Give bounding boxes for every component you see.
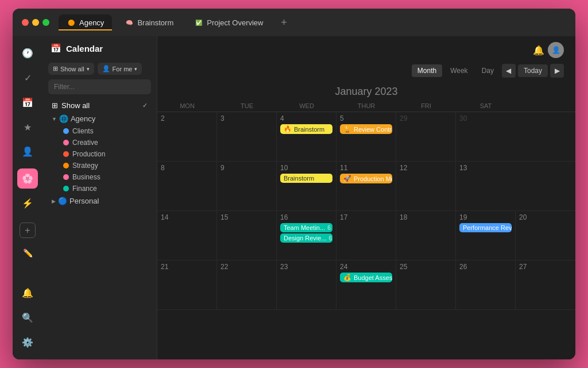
iconbar-bell[interactable]: 🔔 xyxy=(17,283,38,303)
agency-label: Agency xyxy=(71,114,95,123)
sidebar-item-strategy[interactable]: Strategy xyxy=(47,160,152,171)
cal-cell-sat26[interactable]: 26 xyxy=(456,260,516,309)
person-icon: 👤 xyxy=(102,65,110,72)
tab-agency[interactable]: 🟠 Agency xyxy=(59,14,112,30)
day-view-btn[interactable]: Day xyxy=(476,64,500,77)
event-brainstorm-1[interactable]: 🔥 Brainstorm xyxy=(280,124,332,134)
cal-cell-tue3[interactable]: 3 xyxy=(217,112,277,161)
close-button[interactable] xyxy=(22,19,29,26)
cal-cell-sat30[interactable]: 30 xyxy=(456,112,516,161)
fire-icon: 🔥 xyxy=(284,125,292,133)
sidebar-item-production[interactable]: Production xyxy=(47,148,152,160)
cal-cell-wed10[interactable]: 10 Brainstorm xyxy=(277,162,336,210)
sidebar-section-agency[interactable]: ▼ 🌐 Agency xyxy=(47,112,152,125)
event-production-meeting[interactable]: 🚀 Production Meeting xyxy=(340,174,392,183)
tab-brainstorm[interactable]: 🧠 Brainstorm xyxy=(117,14,181,30)
cal-cell-mon8[interactable]: 8 xyxy=(157,162,217,210)
cal-cell-wed23[interactable]: 23 xyxy=(277,260,336,309)
for-me-btn[interactable]: 👤 For me ▾ xyxy=(98,63,142,75)
for-me-label: For me xyxy=(113,66,133,72)
calendar-header: 🔔 👤 xyxy=(157,36,575,64)
cal-cell-thur5[interactable]: 5 🏆 Review Contract xyxy=(336,112,396,161)
week-view-btn[interactable]: Week xyxy=(444,64,473,77)
event-performance-review[interactable]: Performance Review xyxy=(459,223,512,232)
icon-bar: 🕐 ✓ 📅 ★ 👤 🌸 ⚡ + ✏️ 🔔 🔍 ⚙️ xyxy=(13,36,42,359)
strategy-dot xyxy=(63,163,69,168)
creative-label: Creative xyxy=(72,139,98,147)
iconbar-bolt[interactable]: ⚡ xyxy=(17,193,38,213)
traffic-lights xyxy=(22,19,49,26)
cal-cell-tue9[interactable]: 9 xyxy=(217,162,277,210)
filter-input[interactable] xyxy=(48,79,151,94)
cal-cell-thur24[interactable]: 24 💰 Budget Assessment xyxy=(336,260,396,309)
sidebar-section-personal[interactable]: ▶ 🔵 Personal xyxy=(47,194,152,208)
cal-cell-tue22[interactable]: 22 xyxy=(217,260,277,309)
day-mon: Mon xyxy=(157,100,217,112)
sidebar-item-clients[interactable]: Clients xyxy=(47,125,152,137)
cal-cell-fri29[interactable]: 29 xyxy=(396,112,456,161)
avatar[interactable]: 👤 xyxy=(548,42,564,58)
iconbar-clock[interactable]: 🕐 xyxy=(17,43,38,63)
cal-cell-sat13[interactable]: 13 xyxy=(456,162,516,210)
cal-cell-wed16[interactable]: 16 Team Meetin... 6 PM Design Revie... 6… xyxy=(277,211,336,260)
event-brainstorm-2[interactable]: Brainstorm xyxy=(280,174,332,183)
calendar-body: 2 3 4 🔥 Brainstorm xyxy=(157,112,575,359)
sidebar-item-creative[interactable]: Creative xyxy=(47,137,152,148)
cal-cell-sat19[interactable]: 19 Performance Review xyxy=(456,211,516,260)
cal-cell-thur11[interactable]: 11 🚀 Production Meeting xyxy=(336,162,396,210)
cal-cell-mon14[interactable]: 14 xyxy=(157,211,217,260)
iconbar-search[interactable]: 🔍 xyxy=(17,308,38,328)
strategy-label: Strategy xyxy=(72,162,98,170)
cal-cell-mon2[interactable]: 2 xyxy=(157,112,217,161)
show-all-text: Show all xyxy=(61,101,90,110)
month-title: January 2023 xyxy=(157,81,575,100)
tab-project-overview[interactable]: ✅ Project Overview xyxy=(186,14,271,30)
sidebar-item-show-all[interactable]: ⊞ Show all ✓ xyxy=(47,99,152,112)
day-tue: Tue xyxy=(217,100,277,112)
cal-cell-mon21[interactable]: 21 xyxy=(157,260,217,309)
notification-icon[interactable]: 🔔 xyxy=(533,45,544,56)
grid-icon: ⊞ xyxy=(53,65,58,72)
cal-cell-tue15[interactable]: 15 xyxy=(217,211,277,260)
iconbar-check[interactable]: ✓ xyxy=(17,68,38,88)
cal-cell-sun27[interactable]: 27 xyxy=(516,260,575,309)
day-fri: Fri xyxy=(396,100,456,112)
personal-label: Personal xyxy=(69,197,99,205)
title-bar: 🟠 Agency 🧠 Brainstorm ✅ Project Overview… xyxy=(13,9,575,36)
tab-add-button[interactable]: + xyxy=(276,14,292,30)
iconbar-add-button[interactable]: + xyxy=(20,223,36,238)
cal-header-right: 🔔 👤 xyxy=(533,42,564,58)
agency-tab-icon: 🟠 xyxy=(67,18,76,27)
iconbar-calendar[interactable]: 📅 xyxy=(17,93,38,113)
iconbar-star[interactable]: ★ xyxy=(17,117,38,137)
cal-cell-sun20[interactable]: 20 xyxy=(516,211,575,260)
prev-month-btn[interactable]: ◀ xyxy=(502,64,516,78)
event-budget-assessment[interactable]: 💰 Budget Assessment xyxy=(340,273,392,282)
sidebar-title: Calendar xyxy=(66,44,103,53)
event-review-contract[interactable]: 🏆 Review Contract xyxy=(340,124,392,134)
today-btn[interactable]: Today xyxy=(518,64,548,77)
sidebar-item-finance[interactable]: Finance xyxy=(47,183,152,194)
iconbar-flower-active[interactable]: 🌸 xyxy=(17,168,38,189)
show-all-btn[interactable]: ⊞ Show all ▾ xyxy=(48,63,94,75)
cal-cell-thur17[interactable]: 17 xyxy=(336,211,396,260)
sidebar-item-business[interactable]: Business xyxy=(47,171,152,183)
iconbar-pencil[interactable]: ✏️ xyxy=(17,243,38,263)
event-design-review[interactable]: Design Revie... 6:31 PM xyxy=(280,233,332,243)
sidebar-list: ⊞ Show all ✓ ▼ 🌐 Agency Clients xyxy=(42,99,157,359)
maximize-button[interactable] xyxy=(42,19,49,26)
cal-cell-fri12[interactable]: 12 xyxy=(396,162,456,210)
event-team-meeting[interactable]: Team Meetin... 6 PM xyxy=(280,223,332,232)
iconbar-settings[interactable]: ⚙️ xyxy=(17,332,38,352)
iconbar-people[interactable]: 👤 xyxy=(17,141,38,162)
cal-cell-fri25[interactable]: 25 xyxy=(396,260,456,309)
cal-cell-fri18[interactable]: 18 xyxy=(396,211,456,260)
view-switcher: Month Week Day ◀ Today ▶ xyxy=(157,64,575,81)
minimize-button[interactable] xyxy=(32,19,39,26)
cal-cell-wed4[interactable]: 4 🔥 Brainstorm xyxy=(277,112,336,161)
next-month-btn[interactable]: ▶ xyxy=(550,64,564,78)
month-view-btn[interactable]: Month xyxy=(412,64,442,77)
sidebar-header: 📅 Calendar xyxy=(42,36,157,60)
calendar-icon: 📅 xyxy=(51,43,61,53)
day-wed: Wed xyxy=(277,100,336,112)
